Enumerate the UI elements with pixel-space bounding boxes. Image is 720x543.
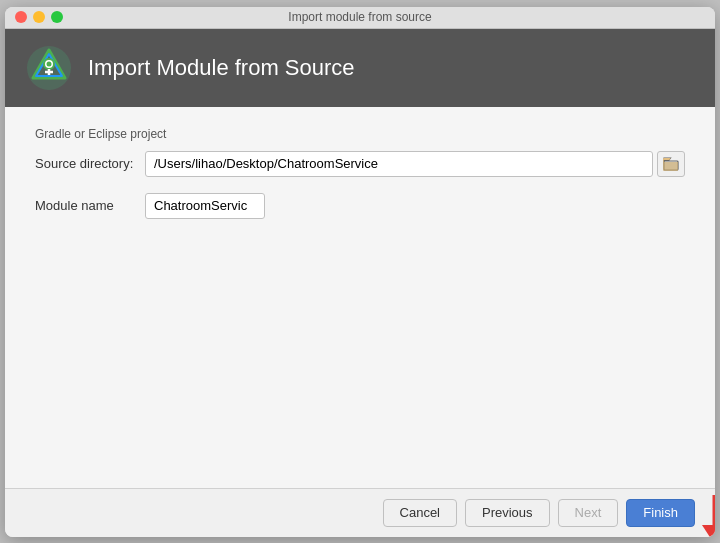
source-directory-input[interactable] [145,151,653,177]
module-name-row: Module name [35,193,685,219]
cancel-button[interactable]: Cancel [383,499,457,527]
next-button[interactable]: Next [558,499,619,527]
browse-folder-button[interactable] [657,151,685,177]
maximize-button[interactable] [51,11,63,23]
section-label: Gradle or Eclipse project [35,127,685,141]
app-icon [25,44,73,92]
minimize-button[interactable] [33,11,45,23]
dialog-content: Gradle or Eclipse project Source directo… [5,107,715,488]
dialog-title: Import Module from Source [88,55,355,81]
main-window: Import module from source Import Module … [5,7,715,537]
svg-point-4 [47,61,52,66]
dialog-footer: Cancel Previous Next Finish [5,488,715,537]
dialog-header: Import Module from Source [5,29,715,107]
module-name-label: Module name [35,198,145,213]
traffic-lights [15,11,63,23]
source-directory-label: Source directory: [35,156,145,171]
close-button[interactable] [15,11,27,23]
title-bar: Import module from source [5,7,715,29]
source-directory-row: Source directory: [35,151,685,177]
window-title: Import module from source [288,10,431,24]
module-name-input[interactable] [145,193,265,219]
previous-button[interactable]: Previous [465,499,550,527]
finish-button[interactable]: Finish [626,499,695,527]
